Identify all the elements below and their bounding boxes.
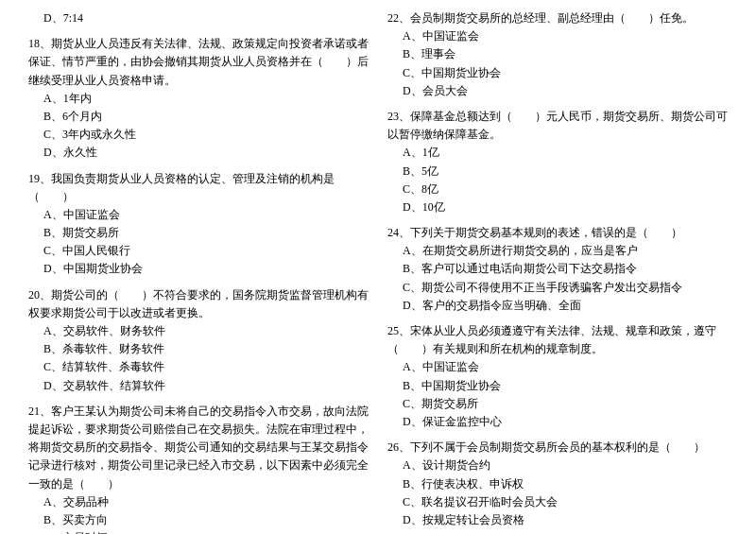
question-21-title: 21、客户王某认为期货公司未将自己的交易指令入市交易，故向法院提起诉讼，要求期货… [28, 403, 369, 493]
option-26d: D、按规定转让会员资格 [387, 511, 728, 529]
right-column: 22、会员制期货交易所的总经理、副总经理由（ ）任免。 A、中国证监会 B、理事… [387, 9, 728, 534]
question-19-title: 19、我国负责期货从业人员资格的认定、管理及注销的机构是（ ） [28, 170, 369, 206]
question-18-title: 18、期货从业人员违反有关法律、法规、政策规定向投资者承诺或者保证、情节严重的，… [28, 35, 369, 90]
question-26-title: 26、下列不属于会员制期货交易所会员的基本权利的是（ ） [387, 439, 728, 456]
option-25c: C、期货交易所 [387, 395, 728, 413]
option-22c: C、中国期货业协会 [387, 64, 728, 82]
option-22d: D、会员大会 [387, 82, 728, 100]
option-25b: B、中国期货业协会 [387, 377, 728, 395]
question-24-title: 24、下列关于期货交易基本规则的表述，错误的是（ ） [387, 224, 728, 242]
option-21c: C、交易时间 [28, 529, 369, 534]
option-23c: C、8亿 [387, 181, 728, 198]
question-22-title: 22、会员制期货交易所的总经理、副总经理由（ ）任免。 [387, 9, 728, 27]
option-26a: A、设计期货合约 [387, 456, 728, 474]
option-21a: A、交易品种 [28, 493, 369, 511]
option-18a: A、1年内 [28, 90, 369, 108]
question-19: 19、我国负责期货从业人员资格的认定、管理及注销的机构是（ ） A、中国证监会 … [28, 170, 369, 279]
option-20b: B、杀毒软件、财务软件 [28, 340, 369, 358]
option-25d: D、保证金监控中心 [387, 413, 728, 431]
option-22b: B、理事会 [387, 45, 728, 63]
option-18b: B、6个月内 [28, 108, 369, 126]
option-20d: D、交易软件、结算软件 [28, 377, 369, 395]
question-26: 26、下列不属于会员制期货交易所会员的基本权利的是（ ） A、设计期货合约 B、… [387, 439, 728, 529]
option-23d: D、10亿 [387, 198, 728, 216]
option-20a: A、交易软件、财务软件 [28, 322, 369, 340]
question-23: 23、保障基金总额达到（ ）元人民币，期货交易所、期货公司可以暂停缴纳保障基金。… [387, 108, 728, 216]
option-19a: A、中国证监会 [28, 206, 369, 224]
option-19c: C、中国人民银行 [28, 242, 369, 260]
question-20: 20、期货公司的（ ）不符合要求的，国务院期货监督管理机构有权要求期货公司于以改… [28, 286, 369, 395]
question-21: 21、客户王某认为期货公司未将自己的交易指令入市交易，故向法院提起诉讼，要求期货… [28, 403, 369, 534]
question-22: 22、会员制期货交易所的总经理、副总经理由（ ）任免。 A、中国证监会 B、理事… [387, 9, 728, 100]
question-d714: D、7:14 [28, 9, 369, 27]
question-25-title: 25、宋体从业人员必须遵遵守有关法律、法规、规章和政策，遵守（ ）有关规则和所在… [387, 322, 728, 358]
option-24d: D、客户的交易指令应当明确、全面 [387, 297, 728, 315]
option-25a: A、中国证监会 [387, 358, 728, 376]
option-24b: B、客户可以通过电话向期货公司下达交易指令 [387, 260, 728, 278]
option-d714: D、7:14 [28, 9, 369, 27]
option-21b: B、买卖方向 [28, 511, 369, 529]
question-25: 25、宋体从业人员必须遵遵守有关法律、法规、规章和政策，遵守（ ）有关规则和所在… [387, 322, 728, 431]
option-24c: C、期货公司不得使用不正当手段诱骗客户发出交易指令 [387, 279, 728, 297]
option-20c: C、结算软件、杀毒软件 [28, 358, 369, 376]
question-20-title: 20、期货公司的（ ）不符合要求的，国务院期货监督管理机构有权要求期货公司于以改… [28, 286, 369, 322]
question-18: 18、期货从业人员违反有关法律、法规、政策规定向投资者承诺或者保证、情节严重的，… [28, 35, 369, 162]
option-23a: A、1亿 [387, 144, 728, 162]
question-23-title: 23、保障基金总额达到（ ）元人民币，期货交易所、期货公司可以暂停缴纳保障基金。 [387, 108, 728, 144]
option-26c: C、联名提议召开临时会员大会 [387, 493, 728, 511]
option-23b: B、5亿 [387, 163, 728, 181]
option-19d: D、中国期货业协会 [28, 260, 369, 278]
option-24a: A、在期货交易所进行期货交易的，应当是客户 [387, 242, 728, 260]
option-18c: C、3年内或永久性 [28, 126, 369, 144]
option-19b: B、期货交易所 [28, 224, 369, 242]
option-18d: D、永久性 [28, 144, 369, 162]
option-22a: A、中国证监会 [387, 27, 728, 45]
option-26b: B、行使表决权、申诉权 [387, 475, 728, 493]
left-column: D、7:14 18、期货从业人员违反有关法律、法规、政策规定向投资者承诺或者保证… [28, 9, 369, 534]
question-24: 24、下列关于期货交易基本规则的表述，错误的是（ ） A、在期货交易所进行期货交… [387, 224, 728, 315]
